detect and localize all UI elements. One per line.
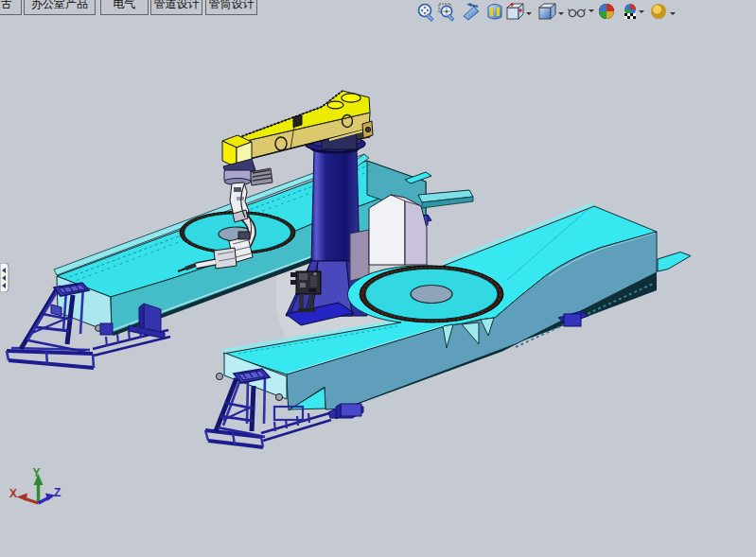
svg-text:X: X (9, 487, 17, 500)
svg-text:Y: Y (33, 466, 41, 479)
svg-text:Z: Z (54, 486, 61, 499)
